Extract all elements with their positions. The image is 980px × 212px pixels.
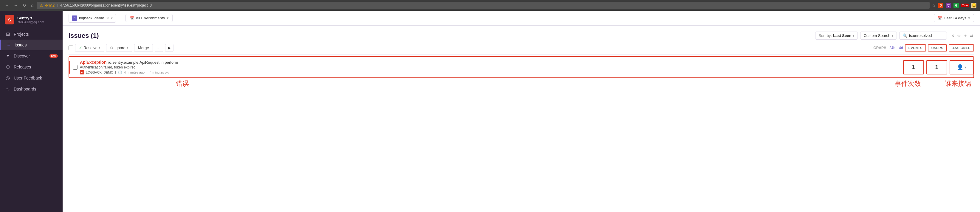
custom-search-button[interactable]: Custom Search ▾ [860,32,897,40]
play-button[interactable]: ▶ [165,44,173,52]
sidebar-nav: ⊞ Projects ≡ Issues ✦ Discover new ⊙ Rel… [0,28,63,212]
filter-icon[interactable]: ⇄ [969,33,974,39]
annotation-events-label: 事件次数 [895,79,921,88]
annotation-error-label: 错误 [176,80,189,87]
home-button[interactable]: ⌂ [30,2,35,8]
org-info: Sentry ▾ 7685413@qq.com [17,16,58,24]
extension-icon-2[interactable]: ▽ [946,3,951,8]
ignore-button[interactable]: ⊘ Ignore ▾ [106,44,132,52]
org-name: Sentry ▾ [17,16,58,20]
sidebar-item-discover[interactable]: ✦ Discover new [0,50,63,61]
issue-message: Authentication failed, token expired! [80,65,859,70]
issue-users-count: 1 [926,60,947,74]
issue-description: io.sentry.example.ApiRequest in perform [108,60,178,65]
chevron-down-icon[interactable]: ▾ [111,16,113,20]
project-name: logback_demo [79,16,104,20]
sort-selector[interactable]: Sort by: Last Seen ▾ [815,32,858,40]
feedback-icon: ◷ [5,75,11,81]
org-header[interactable]: S Sentry ▾ 7685413@qq.com [0,11,63,28]
calendar-icon: 📅 [129,16,134,20]
issue-meta: ■ LOGBACK_DEMO-1 🕐 4 minutes ago — 4 min… [80,70,859,74]
add-search-icon[interactable]: ＋ [963,32,968,39]
resolve-label: Resolve [83,46,97,50]
extension-icon-1[interactable]: O [938,3,943,8]
more-button[interactable]: ··· [155,44,163,52]
issue-row[interactable]: ApiException io.sentry.example.ApiReques… [68,56,974,78]
graph-24h-button[interactable]: 24h [889,46,895,50]
top-bar: □ logback_demo ✕ ▾ 📅 All Environments ▾ … [63,11,980,25]
sidebar-item-releases[interactable]: ⊙ Releases [0,61,63,72]
issues-filters: Sort by: Last Seen ▾ Custom Search ▾ 🔍 i… [815,32,974,40]
annotation-error: 错误 [176,79,189,88]
issue-severity-bar [69,61,70,74]
assignee-dropdown-icon: ▾ [964,65,966,70]
merge-button[interactable]: Merge [134,44,153,52]
sidebar-item-projects[interactable]: ⊞ Projects [0,28,63,40]
sidebar-item-dashboards[interactable]: ∿ Dashboards [0,83,63,94]
browser-chrome: ← → ↻ ⌂ ⚠ 不安全 | 47.56.150.64:9000/organi… [0,0,980,11]
select-all-checkbox[interactable] [68,46,73,50]
project-icon: □ [72,16,77,21]
sidebar: S Sentry ▾ 7685413@qq.com ⊞ Projects ≡ I… [0,11,63,212]
dashboards-icon: ∿ [5,86,11,92]
sidebar-item-label: Discover [14,54,30,59]
search-actions: ✕ ☆ ＋ ⇄ [950,32,974,39]
col-assignee-header: ASSIGNEE [949,44,974,52]
issues-header: Issues (1) Sort by: Last Seen ▾ Custom S… [68,32,974,40]
sidebar-item-user-feedback[interactable]: ◷ User Feedback [0,72,63,83]
org-dropdown-icon: ▾ [30,16,32,20]
chevron-down-icon: ▾ [891,33,894,38]
issue-assignee[interactable]: 👤 ▾ [950,60,974,74]
graph-14d-button[interactable]: 14d [897,46,903,50]
clear-search-icon[interactable]: ✕ [950,33,955,39]
user-avatar-icon[interactable]: 😊 [971,3,977,8]
save-search-icon[interactable]: ☆ [956,33,961,39]
col-users-header: USERS [928,44,947,52]
project-selector[interactable]: □ logback_demo ✕ ▾ [68,14,116,23]
assignee-user-icon: 👤 [957,64,963,71]
env-label: All Environments [136,16,165,20]
search-bar[interactable]: 🔍 is:unresolved [899,32,947,40]
issue-checkbox[interactable] [73,65,78,70]
page-title: Issues (1) [68,32,99,40]
main-content: □ logback_demo ✕ ▾ 📅 All Environments ▾ … [63,11,980,212]
bookmark-icon[interactable]: ☆ [932,3,935,8]
date-label: Last 14 days [944,16,966,20]
chevron-down-icon[interactable]: ▾ [167,16,169,20]
issue-graph [862,63,901,72]
projects-icon: ⊞ [5,31,11,37]
address-bar[interactable]: ⚠ 不安全 | 47.56.150.64:9000/organizations/… [37,2,930,9]
issue-time-ago: 4 minutes ago — 4 minutes old [124,71,169,74]
date-selector[interactable]: 📅 Last 14 days ▾ [934,14,974,22]
discover-icon: ✦ [5,53,11,59]
close-icon[interactable]: ✕ [106,16,109,20]
graph-line [863,67,899,67]
extension-icon-3[interactable]: G [953,3,959,8]
ignore-label: Ignore [115,46,126,50]
sidebar-item-issues[interactable]: ≡ Issues [0,40,63,50]
sidebar-item-label: Releases [14,65,31,70]
play-icon: ▶ [168,46,171,50]
extension-badge[interactable]: 7 on [961,3,969,7]
chevron-down-icon: ▾ [853,33,854,38]
ignore-icon: ⊘ [110,46,113,50]
back-button[interactable]: ← [3,2,10,8]
reload-button[interactable]: ↻ [21,2,27,8]
issue-project-icon: ■ [80,70,84,74]
address-text: 47.56.150.64:9000/organizations/sentry/i… [60,3,152,8]
security-warning-text: 不安全 [45,3,56,8]
resolve-dropdown-icon[interactable]: ▾ [99,46,100,50]
chevron-down-icon[interactable]: ▾ [968,16,970,20]
org-avatar: S [5,15,14,24]
env-selector[interactable]: 📅 All Environments ▾ [126,14,173,22]
forward-button[interactable]: → [13,2,19,8]
merge-label: Merge [138,46,149,50]
issues-icon: ≡ [6,42,12,47]
issue-info: ApiException io.sentry.example.ApiReques… [80,60,859,74]
resolve-button[interactable]: ✓ Resolve ▾ [75,44,104,52]
sort-value: Last Seen [833,33,851,38]
custom-search-label: Custom Search [864,33,890,38]
issues-section: Issues (1) Sort by: Last Seen ▾ Custom S… [63,25,980,212]
search-icon: 🔍 [902,33,907,38]
ignore-dropdown-icon[interactable]: ▾ [127,46,129,50]
